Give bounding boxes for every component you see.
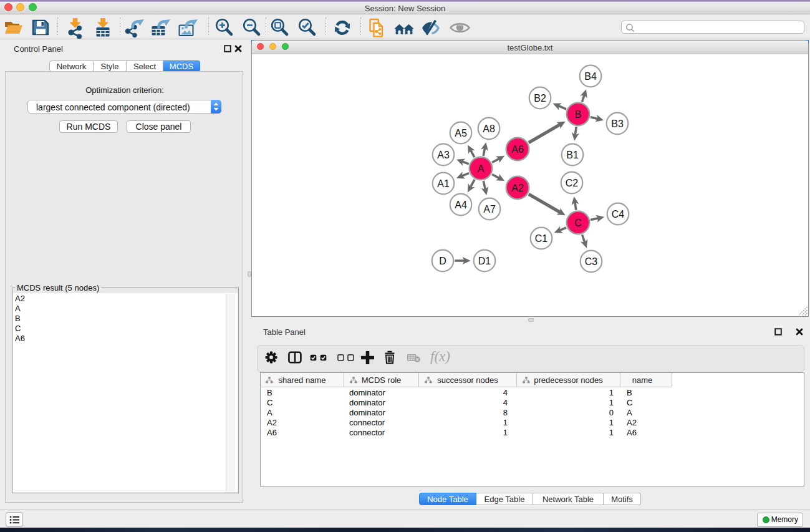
svg-text:D: D (439, 256, 446, 266)
svg-text:A5: A5 (455, 128, 467, 138)
svg-text:A7: A7 (483, 204, 496, 215)
svg-text:C: C (574, 218, 582, 228)
svg-text:C2: C2 (566, 178, 579, 188)
svg-text:A1: A1 (437, 178, 450, 189)
svg-text:B3: B3 (611, 118, 624, 129)
svg-text:C4: C4 (612, 209, 625, 220)
svg-text:C1: C1 (535, 233, 548, 244)
svg-text:A6: A6 (511, 144, 524, 155)
svg-text:C3: C3 (585, 256, 598, 267)
svg-text:B1: B1 (566, 150, 579, 160)
svg-text:A2: A2 (511, 183, 524, 193)
svg-text:A4: A4 (455, 200, 467, 210)
svg-text:B2: B2 (534, 93, 546, 104)
svg-text:B4: B4 (584, 71, 597, 82)
svg-text:D1: D1 (478, 256, 491, 266)
svg-text:A8: A8 (483, 123, 495, 134)
svg-text:B: B (575, 109, 582, 120)
svg-text:A3: A3 (437, 150, 450, 160)
svg-text:A: A (478, 163, 485, 174)
